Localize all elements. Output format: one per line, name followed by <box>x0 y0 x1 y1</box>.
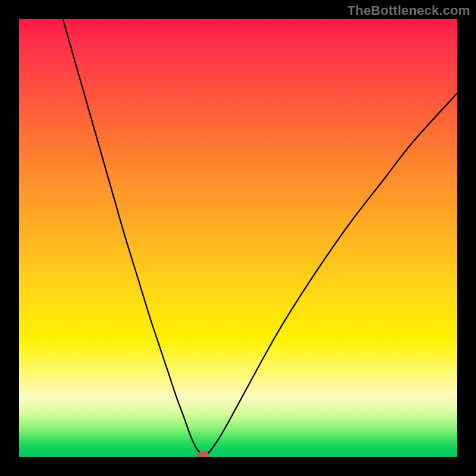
bottleneck-curve <box>19 19 457 457</box>
chart-frame: TheBottleneck.com <box>0 0 476 476</box>
watermark-text: TheBottleneck.com <box>347 3 470 18</box>
plot-area <box>19 19 457 457</box>
minimum-marker <box>197 452 209 457</box>
